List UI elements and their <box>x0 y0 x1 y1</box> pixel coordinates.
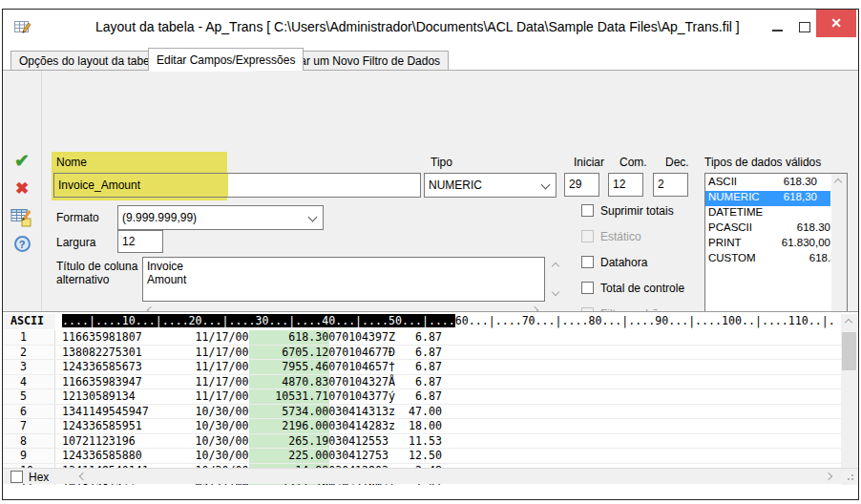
formato-selected-value: (9.999.999,99) <box>122 211 197 224</box>
table-row[interactable]: 810721123196 10/30/00 265.19030412553 11… <box>3 434 842 450</box>
grid-vertical-scrollbar[interactable] <box>841 314 857 485</box>
minimize-button[interactable] <box>765 15 791 38</box>
checkbox-icon[interactable] <box>581 256 594 268</box>
titulo-label-line2: alternativo <box>56 273 109 286</box>
nome-label: Nome <box>56 156 87 169</box>
largura-label: Largura <box>56 236 95 249</box>
delete-field-button[interactable]: ✖ <box>10 179 34 202</box>
table-pencil-icon <box>10 214 33 230</box>
table-row[interactable]: 1116635981807 11/17/00 618.30070104397Z … <box>3 330 842 346</box>
list-item[interactable]: PCASCII618.30 <box>705 221 830 237</box>
checkbox-icon[interactable] <box>581 204 594 217</box>
formato-select[interactable]: (9.999.999,99) <box>117 205 324 230</box>
scroll-right-icon[interactable] <box>825 472 832 480</box>
largura-input[interactable]: 12 <box>117 230 163 253</box>
red-x-icon: ✖ <box>15 179 29 198</box>
toolbar-separator <box>41 71 42 311</box>
help-button[interactable]: ? <box>10 235 34 258</box>
grid-header: ASCII ....|....10...|....20...|....30...… <box>3 314 858 329</box>
formato-label: Formato <box>56 211 99 224</box>
accept-entry-button[interactable]: ✔ <box>10 151 34 174</box>
resize-grip-icon[interactable] <box>847 473 854 481</box>
tab-edit-fields-expressions[interactable]: Editar Campos/Expressões <box>148 48 304 71</box>
hex-label: Hex <box>29 471 49 484</box>
hex-checkbox[interactable] <box>10 471 23 483</box>
scroll-up-icon[interactable] <box>845 319 852 326</box>
maximize-icon <box>799 22 810 32</box>
column-ruler: ....|....10...|....20...|....30...|....4… <box>62 314 835 329</box>
table-row[interactable]: 3124336585673 11/17/00 7955.46070104657†… <box>3 360 842 375</box>
table-row[interactable]: 61341149545947 10/30/00 5734.00030414313… <box>3 405 842 420</box>
active-tab-gap <box>149 70 253 72</box>
titulo-textarea[interactable]: Invoice Amount <box>142 257 545 302</box>
record-preview-grid: ASCII ....|....10...|....20...|....30...… <box>3 311 858 484</box>
list-item-selected[interactable]: NUMERIC618,30 <box>705 191 830 206</box>
tab-strip: Opções do layout da tabela Editar Campos… <box>3 48 858 71</box>
grid-rows[interactable]: 1116635981807 11/17/00 618.30070104397Z … <box>3 330 842 485</box>
chevron-down-icon <box>308 213 318 222</box>
tipo-select[interactable]: NUMERIC <box>424 173 556 198</box>
iniciar-input[interactable]: 29 <box>564 173 599 197</box>
tipo-label: Tipo <box>430 156 452 169</box>
title-bar[interactable]: Layout da tabela - Ap_Trans [ C:\Users\A… <box>3 10 858 46</box>
table-row[interactable]: 7124336585951 10/30/00 2196.00030414283z… <box>3 419 842 434</box>
scroll-up-icon[interactable] <box>552 262 559 270</box>
table-edit-icon <box>14 20 32 39</box>
grid-bottom-bar: Hex <box>3 468 858 484</box>
chevron-down-icon <box>541 180 551 190</box>
scroll-up-icon[interactable] <box>834 178 842 186</box>
ascii-header-label: ASCII <box>3 314 55 329</box>
com-label: Com. <box>620 156 647 169</box>
close-button[interactable]: ✕ <box>816 10 856 37</box>
table-row[interactable]: 512130589134 11/17/00 10531.71070104377ý… <box>3 389 842 405</box>
list-item[interactable]: PRINT61.830,00 <box>705 237 830 252</box>
maximize-button[interactable] <box>791 15 818 38</box>
titulo-label-line1: Título de coluna <box>56 260 137 273</box>
dec-input[interactable]: 2 <box>653 173 688 197</box>
list-item[interactable]: CUSTOM618.30 <box>705 252 830 267</box>
tipo-selected-value: NUMERIC <box>429 178 482 192</box>
scroll-down-icon[interactable] <box>552 288 559 296</box>
scrollbar-thumb[interactable] <box>842 332 856 370</box>
valid-types-label: Tipos de dados válidos <box>704 156 821 169</box>
com-input[interactable]: 12 <box>608 173 643 197</box>
help-icon: ? <box>14 236 31 252</box>
table-row[interactable]: 9124336585880 10/30/00 225.00030412753 1… <box>3 449 842 464</box>
edit-fields-panel: ✔ ✖ ? Nome Invoice_Amount <box>3 71 858 311</box>
dec-label: Dec. <box>665 156 689 169</box>
table-layout-window: Layout da tabela - Ap_Trans [ C:\Users\A… <box>2 9 859 500</box>
minimize-icon <box>772 30 783 32</box>
scroll-left-icon[interactable] <box>79 472 87 480</box>
list-item[interactable]: ASCII618.30 <box>705 176 830 191</box>
tab-table-layout-options[interactable]: Opções do layout da tabela <box>10 51 167 71</box>
checkbox-icon <box>581 230 594 242</box>
iniciar-label: Iniciar <box>574 156 604 169</box>
edit-table-button[interactable] <box>10 206 34 229</box>
checkbox-icon[interactable] <box>581 282 594 294</box>
list-item[interactable]: DATETIME <box>705 206 830 221</box>
nome-input[interactable]: Invoice_Amount <box>53 173 421 198</box>
green-check-icon: ✔ <box>14 151 30 171</box>
window-title: Layout da tabela - Ap_Trans [ C:\Users\A… <box>95 19 740 34</box>
table-row[interactable]: 2138082275301 11/17/00 6705.12070104677Ð… <box>3 346 842 361</box>
table-row[interactable]: 4116635983947 11/17/00 4870.83070104327Å… <box>3 375 842 390</box>
